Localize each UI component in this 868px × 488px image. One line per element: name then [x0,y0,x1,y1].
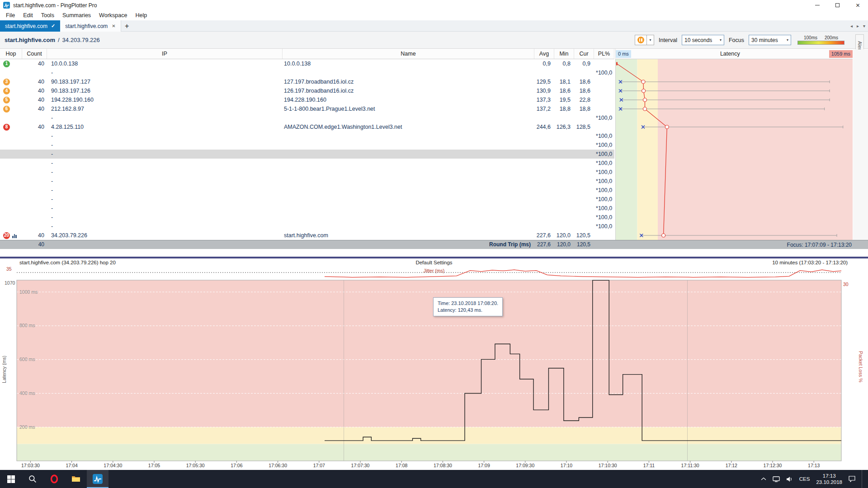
count-cell [22,177,47,186]
hop-cell [0,68,22,77]
taskbar-pingplotter-button[interactable] [87,470,108,488]
table-row[interactable]: -*100,0 [0,168,614,177]
x-axis-tick-label: 17:12 [718,463,745,468]
timegraph-settings-title[interactable]: Default Settings [344,260,524,265]
avg-cell [534,131,554,141]
summary-cur: 120,5 [574,240,594,249]
menu-summaries[interactable]: Summaries [58,10,95,20]
timeline-indicator-icon [12,233,17,238]
col-header-count[interactable]: Count [22,49,47,59]
svg-text:600 ms: 600 ms [19,357,35,362]
packet-loss-cell: *100,0 [594,141,614,150]
menu-edit[interactable]: Edit [19,10,37,20]
maximize-button[interactable] [827,0,848,10]
x-axis-tick-label: 17:06 [223,463,250,468]
name-cell [283,195,534,204]
min-cell: 18,6 [554,86,574,95]
chevron-up-icon[interactable] [761,477,766,481]
cur-cell: 18,6 [574,77,594,86]
new-tab-button[interactable]: + [121,20,133,32]
col-header-pl[interactable]: PL% [594,49,614,59]
scroll-right-icon[interactable]: ▸ [857,23,859,28]
timegraph-range-title[interactable]: 10 minutes (17:03:20 - 17:13:20) [772,260,848,265]
start-button[interactable] [0,470,22,488]
table-row[interactable]: -*100,0 [0,150,614,159]
table-row[interactable]: 8404.28.125.110AMAZON.COM.edge1.Washingt… [0,122,614,131]
taskbar: CES 17:13 23.10.2018 [0,470,868,488]
col-header-name[interactable]: Name [283,49,534,59]
language-indicator[interactable]: CES [799,476,810,482]
cur-cell [574,204,594,213]
scroll-left-icon[interactable]: ◂ [850,23,853,28]
table-row[interactable]: 14010.0.0.13810.0.0.1380,90,80,9 [0,59,614,68]
search-button[interactable] [22,470,43,488]
packet-loss-cell: *100,0 [594,150,614,159]
table-row[interactable]: -*100,0 [0,204,614,213]
minimize-button[interactable] [807,0,827,10]
tab-list-icon[interactable]: ▾ [863,23,865,28]
count-cell: 40 [22,231,47,240]
summary-min: 120,0 [554,240,574,249]
table-row[interactable]: -*100,0 [0,68,614,77]
tab-target-active[interactable]: start.highfive.com ✓ [0,20,60,32]
table-row[interactable]: -*100,0 [0,113,614,122]
clock-date: 23.10.2018 [816,479,842,485]
close-tab-icon[interactable]: ✕ [112,23,115,28]
table-row[interactable]: -*100,0 [0,141,614,150]
table-row[interactable]: -*100,0 [0,177,614,186]
latency-timeline-chart[interactable]: 1000 ms800 ms600 ms400 ms200 ms [0,258,868,467]
ip-cell: - [47,195,283,204]
tab-target-2[interactable]: start.highfive.com ✕ [60,20,121,32]
menu-tools[interactable]: Tools [37,10,58,20]
table-row[interactable]: 204034.203.79.226start.highfive.com227,6… [0,231,614,240]
avg-cell: 130,9 [534,86,554,95]
col-header-hop[interactable]: Hop [0,49,22,59]
table-row[interactable]: 540194.228.190.160194.228.190.160137,319… [0,95,614,104]
table-row[interactable]: 640212.162.8.975-1-1-800.bear1.Prague1.L… [0,104,614,113]
close-button[interactable]: ✕ [848,0,868,10]
packet-loss-cell [594,122,614,131]
x-axis-tick-label: 17:07 [306,463,333,468]
window-title: start.highfive.com - PingPlotter Pro [13,2,97,9]
interval-select[interactable]: 10 seconds ▾ [682,35,724,45]
col-header-min[interactable]: Min [554,49,574,59]
packet-loss-cell [594,86,614,95]
count-cell: 40 [22,77,47,86]
table-row[interactable]: -*100,0 [0,213,614,222]
volume-icon[interactable] [786,476,793,482]
menu-help[interactable]: Help [131,10,151,20]
summary-avg: 227,6 [534,240,554,249]
jitter-axis-label: Jitter (ms) [344,268,524,273]
chevron-down-icon: ▾ [720,38,722,42]
menu-file[interactable]: File [2,10,19,20]
col-header-ip[interactable]: IP [47,49,283,59]
focus-select[interactable]: 30 minutes ▾ [749,35,791,45]
col-header-avg[interactable]: Avg [534,49,554,59]
pause-button[interactable] [635,35,647,45]
table-row[interactable]: 34090.183.197.127127.197.broadband16.iol… [0,77,614,86]
count-cell [22,68,47,77]
pause-dropdown-button[interactable]: ▾ [647,35,654,45]
count-cell: 40 [22,86,47,95]
target-header: start.highfive.com / 34.203.79.226 ▾ Int… [0,32,868,49]
clock[interactable]: 17:13 23.10.2018 [816,473,842,485]
name-cell: AMAZON.COM.edge1.Washington1.Level3.net [283,122,534,131]
table-row[interactable]: -*100,0 [0,131,614,141]
menu-workspace[interactable]: Workspace [95,10,131,20]
notification-center-icon[interactable] [849,476,855,482]
cur-cell [574,195,594,204]
show-desktop-button[interactable] [862,470,864,488]
table-row[interactable]: -*100,0 [0,222,614,231]
taskbar-opera-button[interactable] [43,470,65,488]
table-row[interactable]: -*100,0 [0,186,614,195]
network-icon[interactable] [773,476,780,482]
titlebar: start.highfive.com - PingPlotter Pro ✕ [0,0,868,10]
table-row[interactable]: -*100,0 [0,195,614,204]
table-row[interactable]: 44090.183.197.126126.197.broadband16.iol… [0,86,614,95]
target-separator: / [58,37,60,43]
table-row[interactable]: -*100,0 [0,159,614,168]
tab-label: start.highfive.com [65,23,108,29]
col-header-cur[interactable]: Cur [574,49,594,59]
count-cell: 40 [22,122,47,131]
taskbar-explorer-button[interactable] [65,470,87,488]
